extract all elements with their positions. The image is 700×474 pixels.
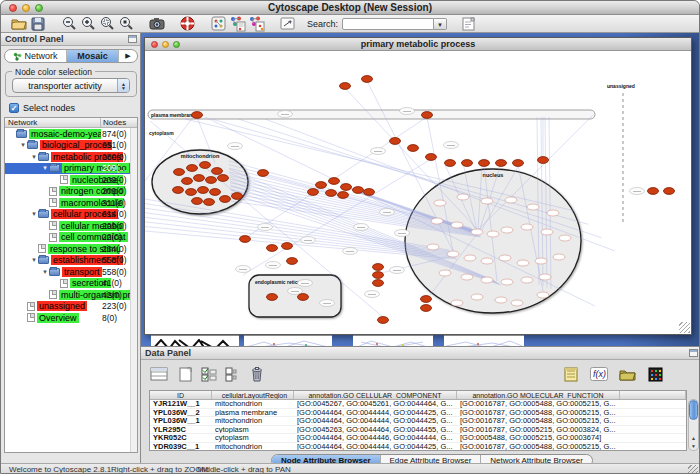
table-row[interactable]: YPL036W__1mitochondrion[GO:0044464, GO:0… <box>150 417 686 426</box>
tree-row[interactable]: cell communicat22(0) <box>5 232 137 244</box>
expand-triangle-icon[interactable]: ▾ <box>19 141 27 149</box>
tree-scrollbar[interactable] <box>130 128 137 452</box>
table-row[interactable]: YLR295Ccytoplasm[GO:0045263, GO:0044464,… <box>150 426 686 435</box>
tree-row[interactable]: multi-organism pro42(0) <box>5 289 137 301</box>
tree-row-count: 651(0) <box>102 140 127 150</box>
table-cell <box>620 443 686 451</box>
expand-triangle-icon[interactable]: ▾ <box>30 210 38 218</box>
expand-triangle-icon[interactable]: ▾ <box>30 153 38 161</box>
column-header[interactable] <box>620 391 686 399</box>
app-resize-grip[interactable] <box>688 465 698 474</box>
vizmapper-icon[interactable] <box>278 16 297 32</box>
zoom-out-icon[interactable] <box>59 16 78 32</box>
node-unselected <box>501 279 513 285</box>
scrollbar-thumb[interactable] <box>689 400 698 420</box>
attribute-table-header[interactable]: ID_cellularLayoutRegionannotation.GO CEL… <box>150 391 686 400</box>
new-attribute-icon[interactable] <box>175 364 195 384</box>
search-input[interactable] <box>342 18 434 30</box>
background-window-fragment[interactable] <box>244 335 332 346</box>
tree-row[interactable]: ▾transport558(0) <box>5 266 137 278</box>
function-builder-icon[interactable]: f(x) <box>589 364 609 384</box>
network-tree-panel: Network Nodes mosaic-demo-yeast874(0)▾bi… <box>4 117 138 453</box>
tree-row[interactable]: ▾cellular process614(0) <box>5 209 137 221</box>
node-selected <box>664 188 675 195</box>
table-scrollbar[interactable]: ▲▼ <box>688 399 699 451</box>
zoom-fit-icon[interactable] <box>116 16 135 32</box>
node-selected <box>192 112 203 119</box>
tree-row[interactable]: Overview8(0) <box>5 312 137 324</box>
open-icon[interactable] <box>9 16 28 32</box>
node-color-dropdown[interactable]: transporter activity ▲▼ <box>12 78 130 93</box>
help-lifesaver-icon[interactable] <box>178 16 197 32</box>
table-row[interactable]: YKR052Ccytoplasm[GO:0044464, GO:0044446,… <box>150 434 686 443</box>
column-header[interactable]: _cellularLayoutRegion <box>212 391 294 399</box>
snapshot-camera-icon[interactable] <box>147 16 166 32</box>
status-pan-hint: Middle-click + drag to PAN <box>197 465 291 474</box>
tree-row[interactable]: nitrogen compo209(0) <box>5 186 137 198</box>
unselect-attributes-icon[interactable] <box>221 364 241 384</box>
node-selected <box>200 162 211 169</box>
column-header[interactable]: annotation.GO CELLULAR_COMPONENT <box>294 391 457 399</box>
import-file-icon[interactable] <box>617 364 637 384</box>
expand-triangle-icon[interactable]: ▾ <box>30 256 38 264</box>
network-graph: plasma membranecytoplasmmitochondrionnuc… <box>145 51 691 334</box>
tree-row[interactable]: secretion41(0) <box>5 278 137 290</box>
node-pill <box>266 262 281 269</box>
node-unselected <box>499 255 511 261</box>
node-unselected <box>447 251 459 257</box>
column-header[interactable]: annotation.GO MOLECULAR_FUNCTION <box>457 391 620 399</box>
tree-row[interactable]: unassigned223(0) <box>5 301 137 313</box>
table-row[interactable]: YPL036W__2plasma membrane[GO:0044464, GO… <box>150 409 686 418</box>
tab-mosaic[interactable]: Mosaic <box>67 50 119 62</box>
network-window-titlebar[interactable]: primary metabolic process <box>145 38 691 51</box>
tree-row-count: 280(0) <box>102 152 127 162</box>
tree-row[interactable]: ▾primary metabo209(... <box>5 163 137 175</box>
delete-attribute-icon[interactable] <box>247 364 267 384</box>
network-canvas[interactable]: plasma membranecytoplasmmitochondrionnuc… <box>145 51 691 334</box>
network-overview-icon[interactable] <box>209 16 228 32</box>
zoom-selected-icon[interactable] <box>97 16 116 32</box>
node-selected <box>298 294 309 301</box>
tree-row[interactable]: mosaic-demo-yeast874(0) <box>5 128 137 140</box>
import-network-icon[interactable] <box>228 16 247 32</box>
import-table-icon[interactable] <box>561 364 581 384</box>
zoom-in-icon[interactable] <box>78 16 97 32</box>
attribute-table-icon[interactable] <box>149 364 169 384</box>
tab-network[interactable]: Network <box>5 50 67 62</box>
node-selected <box>204 199 215 206</box>
select-nodes-checkbox[interactable]: ✓ <box>9 103 19 113</box>
tree-row[interactable]: response to stimulu264(0) <box>5 243 137 255</box>
tree-row[interactable]: ▾establishment of lo558(0) <box>5 255 137 267</box>
search-dropdown-button[interactable]: ▼ <box>434 18 447 30</box>
window-resize-grip[interactable] <box>679 322 690 333</box>
export-network-icon[interactable] <box>247 16 266 32</box>
tree-row[interactable]: ▾metabolic process280(0) <box>5 151 137 163</box>
float-panel-icon[interactable] <box>689 349 698 357</box>
tree-row[interactable]: ▾biological_process651(0) <box>5 140 137 152</box>
table-row[interactable]: YDR039C__1mitochondrion[GO:0044464, GO:0… <box>150 443 686 451</box>
background-window-fragment[interactable] <box>353 335 433 346</box>
background-window-fragment[interactable] <box>444 335 524 346</box>
node-selected <box>648 188 659 195</box>
expand-triangle-icon[interactable]: ▾ <box>41 164 49 172</box>
node-unselected <box>521 224 533 230</box>
node-pill <box>444 142 459 149</box>
more-tabs-button[interactable]: ▶ <box>119 50 137 62</box>
table-row[interactable]: YJR121W__1mitochondrion[GO:0045267, GO:0… <box>150 400 686 409</box>
tree-row[interactable]: cellular metabo209(0) <box>5 220 137 232</box>
select-attributes-icon[interactable] <box>199 364 219 384</box>
matrix-icon[interactable] <box>645 364 665 384</box>
background-window-fragment[interactable] <box>151 335 239 346</box>
annotation-icon[interactable] <box>459 16 478 32</box>
network-tree: mosaic-demo-yeast874(0)▾biological_proce… <box>5 128 137 324</box>
attribute-table[interactable]: ID_cellularLayoutRegionannotation.GO CEL… <box>149 390 687 451</box>
save-icon[interactable] <box>28 16 47 32</box>
expand-triangle-icon[interactable]: ▾ <box>41 268 49 276</box>
node-unselected <box>439 270 451 276</box>
column-header[interactable]: ID <box>150 391 212 399</box>
tab-mosaic-label: Mosaic <box>77 51 108 61</box>
tree-row[interactable]: macromolecule311(0) <box>5 197 137 209</box>
float-panel-icon[interactable] <box>128 35 137 43</box>
scrollbar-arrows[interactable]: ▲▼ <box>689 434 698 450</box>
tree-row[interactable]: nucleobase-209(0) <box>5 174 137 186</box>
